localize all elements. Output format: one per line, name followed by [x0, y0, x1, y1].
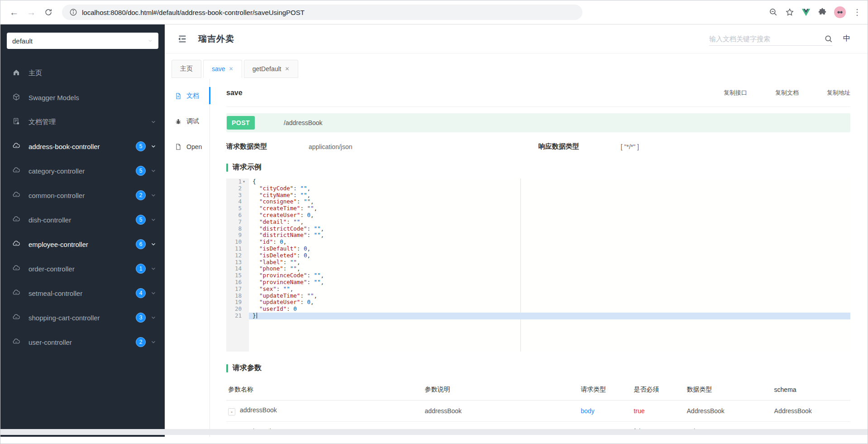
param-col-header: 数据类型: [685, 379, 773, 401]
param-required-cell: true: [632, 401, 685, 422]
copy-link-复制文档[interactable]: 复制文档: [775, 89, 799, 97]
param-reqtype-cell: body: [579, 401, 632, 422]
param-desc-cell: addressBook: [423, 401, 579, 422]
sidebar-item-address-book-controller[interactable]: address-book-controller5: [0, 134, 165, 159]
browser-refresh-icon[interactable]: [41, 5, 56, 19]
json-code-editor[interactable]: 1▾{2 "cityCode": "",3 "cityName": "",4 "…: [226, 179, 850, 352]
text-cursor: [257, 313, 257, 319]
profile-avatar[interactable]: [834, 6, 846, 18]
sidebar-item-主页[interactable]: 主页: [0, 61, 165, 85]
code-line: 3 "cityName": "",: [226, 192, 850, 199]
chevron-down-icon: [150, 143, 157, 150]
zoom-out-icon[interactable]: [769, 8, 778, 17]
sidebar-item-order-controller[interactable]: order-controller1: [0, 256, 165, 281]
open-icon: [175, 143, 182, 150]
code-text: "sex": "",: [249, 286, 850, 293]
horizontal-scrollbar[interactable]: [0, 429, 868, 435]
code-text: "updateUser": 0,: [249, 299, 850, 306]
copy-link-复制地址[interactable]: 复制地址: [827, 89, 850, 97]
code-text: "isDeleted": 0,: [249, 252, 850, 259]
page-info-icon[interactable]: [69, 8, 77, 16]
sidebar-collapse-icon[interactable]: [177, 34, 187, 44]
sidebar-item-label: 主页: [29, 69, 42, 77]
doc-menu-调试[interactable]: 调试: [165, 109, 210, 134]
code-line: 13 "label": "",: [226, 259, 850, 266]
browser-forward-icon[interactable]: →: [24, 5, 38, 19]
sidebar: default 主页Swagger Models文档管理 address-boo…: [0, 24, 165, 437]
code-line: 20 "userId": 0: [226, 306, 850, 313]
code-line: 16 "provinceName": "",: [226, 279, 850, 286]
http-method-badge: POST: [227, 116, 255, 130]
sidebar-item-user-controller[interactable]: user-controller2: [0, 330, 165, 354]
browser-toolbar: ← → localhost:8080/doc.html#/default/add…: [0, 0, 868, 24]
param-in-body-link[interactable]: body: [581, 407, 594, 415]
tab-label: getDefault: [253, 65, 281, 72]
search-icon[interactable]: [824, 34, 833, 43]
api-icon: [12, 166, 21, 175]
param-col-header: 是否必须: [632, 379, 685, 401]
code-text: "createTime": "",: [249, 205, 850, 212]
url-text: localhost:8080/doc.html#/default/address…: [82, 9, 305, 16]
sidebar-item-setmeal-controller[interactable]: setmeal-controller4: [0, 281, 165, 305]
sidebar-item-category-controller[interactable]: category-controller5: [0, 159, 165, 183]
api-group-select[interactable]: default: [7, 33, 158, 49]
line-number: 17: [226, 286, 249, 293]
doc-side-menu: 文档调试Open: [165, 79, 210, 437]
controller-name: category-controller: [29, 167, 85, 175]
collapse-toggle[interactable]: -: [228, 408, 235, 415]
tab-主页[interactable]: 主页: [172, 60, 201, 78]
fold-caret-icon[interactable]: ▾: [243, 179, 245, 185]
bookmark-star-icon[interactable]: [785, 8, 794, 17]
tab-getDefault[interactable]: getDefault✕: [244, 60, 298, 78]
tab-save[interactable]: save✕: [203, 60, 242, 78]
tab-label: save: [212, 65, 225, 72]
doc-menu-Open[interactable]: Open: [165, 134, 210, 159]
code-line: 8 "districtCode": "",: [226, 226, 850, 232]
app-title: 瑞吉外卖: [198, 33, 234, 45]
code-line: 17 "sex": "",: [226, 286, 850, 293]
chevron-down-icon: [150, 265, 157, 272]
line-number: 14: [226, 265, 249, 272]
language-toggle[interactable]: 中: [843, 34, 850, 43]
sidebar-item-dish-controller[interactable]: dish-controller5: [0, 208, 165, 232]
sidebar-item-文档管理[interactable]: 文档管理: [0, 110, 165, 134]
controller-name: user-controller: [29, 338, 72, 346]
param-datatype-cell: AddressBook: [685, 401, 773, 422]
doc-search-input[interactable]: [709, 32, 832, 46]
section-marker: [226, 364, 228, 372]
sidebar-item-shopping-cart-controller[interactable]: shopping-cart-controller3: [0, 305, 165, 330]
param-col-header: 参数名称: [226, 379, 423, 401]
code-text: "provinceCode": "",: [249, 272, 850, 279]
line-number: 12: [226, 252, 249, 259]
param-schema-cell: AddressBook: [773, 401, 850, 422]
tab-label: 主页: [180, 65, 193, 73]
sidebar-item-employee-controller[interactable]: employee-controller6: [0, 232, 165, 256]
tab-close-icon[interactable]: ✕: [229, 66, 234, 72]
doc-menu-label: 文档: [186, 92, 199, 100]
code-line: 4 "consignee": "",: [226, 198, 850, 205]
controller-name: address-book-controller: [29, 143, 100, 150]
code-text: "updateTime": "",: [249, 293, 850, 299]
api-count-badge: 3: [136, 313, 146, 323]
vue-devtools-icon[interactable]: [801, 8, 811, 17]
tab-close-icon[interactable]: ✕: [285, 66, 289, 72]
code-line: 10 "id": 0,: [226, 239, 850, 246]
line-number: 21: [226, 313, 249, 319]
doc-menu-文档[interactable]: 文档: [165, 83, 210, 109]
param-col-header: 请求类型: [579, 379, 632, 401]
debug-icon: [175, 118, 182, 125]
home-icon: [12, 68, 21, 77]
operation-title: save: [226, 89, 243, 97]
copy-link-复制接口[interactable]: 复制接口: [724, 89, 747, 97]
browser-back-icon[interactable]: ←: [7, 5, 21, 19]
sidebar-item-common-controller[interactable]: common-controller2: [0, 183, 165, 208]
sidebar-item-Swagger Models[interactable]: Swagger Models: [0, 85, 165, 110]
code-line: 1▾{: [226, 179, 850, 185]
line-number: 15: [226, 272, 249, 279]
browser-menu-kebab-icon[interactable]: ⋮: [853, 8, 861, 16]
extensions-puzzle-icon[interactable]: [818, 8, 827, 17]
browser-address-bar[interactable]: localhost:8080/doc.html#/default/address…: [62, 5, 582, 20]
api-icon: [12, 338, 21, 347]
controller-name: dish-controller: [29, 216, 71, 224]
param-name: addressBook: [240, 406, 277, 414]
